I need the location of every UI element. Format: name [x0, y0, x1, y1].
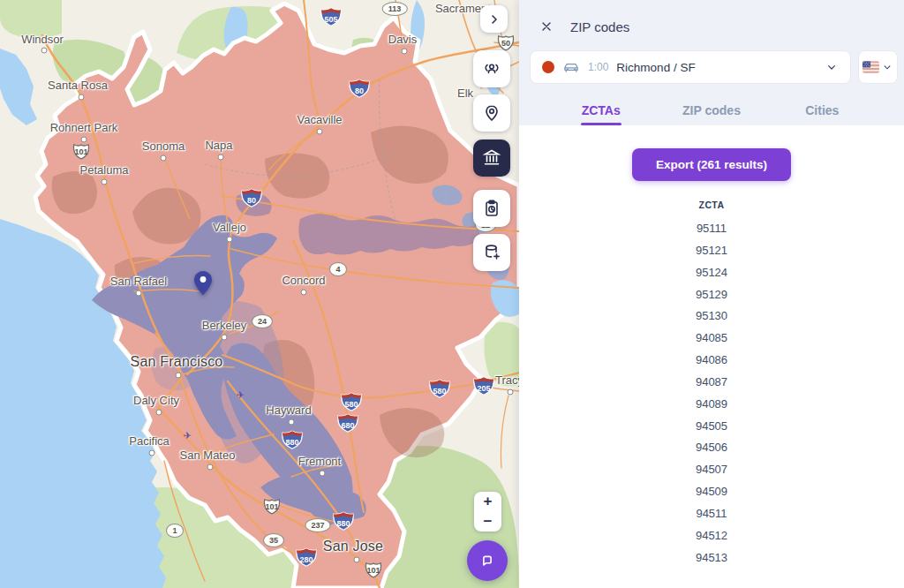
us-flag-icon [863, 61, 879, 73]
expand-panel-button[interactable] [480, 5, 508, 33]
close-icon [539, 19, 554, 34]
highway-shield-237: 237 [305, 518, 330, 532]
panel-title: ZIP codes [570, 19, 629, 34]
map-label-rohnert-park: Rohnert Park [50, 121, 118, 134]
add-dataset-tool-button[interactable] [473, 234, 510, 271]
highway-shield-4: 4 [329, 262, 347, 276]
origin-marker-pin[interactable] [193, 270, 213, 300]
city-dot [218, 155, 224, 161]
map-label-sonoma: Sonoma [142, 139, 185, 153]
zcta-row: 95111 [519, 218, 904, 240]
report-tool-button[interactable] [473, 190, 510, 227]
city-dot [289, 419, 295, 426]
chevron-down-icon [825, 60, 839, 74]
map-label-hayward: Hayward [266, 403, 311, 417]
highway-shield-24: 24 [252, 314, 273, 328]
zoom-control: + − [474, 492, 501, 531]
map-label-napa: Napa [205, 139, 232, 152]
city-dot [41, 48, 48, 54]
map-label-berkeley: Berkeley [202, 319, 247, 332]
zcta-row: 94086 [519, 350, 904, 372]
map-label-vallejo: Vallejo [213, 221, 246, 234]
map-label-pacifica: Pacifica [129, 434, 170, 448]
app: WindsorSanta RosaRohnert ParkSonomaNapaP… [0, 0, 904, 588]
zcta-row: 94511 [519, 503, 904, 525]
travel-time-value: 1:00 [588, 61, 608, 73]
city-dot [156, 410, 162, 416]
car-icon [562, 60, 580, 74]
tab-zip-codes[interactable]: ZIP codes [656, 98, 766, 125]
search-name: Richmond / SF [616, 61, 817, 74]
city-dot [402, 49, 408, 55]
airport-icon: ✈ [183, 430, 191, 441]
highway-shield-1: 1 [166, 524, 184, 538]
map-label-vacaville: Vacaville [297, 113, 342, 126]
map-label-daly-city: Daly City [133, 394, 179, 407]
people-icon [481, 58, 502, 79]
city-dot [508, 389, 514, 396]
city-dot [320, 471, 326, 477]
zcta-row: 94507 [519, 459, 904, 481]
city-dot [317, 129, 323, 135]
city-dot [227, 237, 233, 243]
zcta-row: 94509 [519, 481, 904, 503]
map-label-san-rafael: San Rafael [110, 275, 167, 288]
database-plus-icon [481, 242, 502, 263]
city-dot [207, 464, 214, 471]
population-tool-button[interactable] [473, 50, 510, 87]
city-dot [149, 450, 155, 456]
highway-shield-80: 80 [348, 79, 371, 99]
zip-codes-tool-button-active[interactable] [473, 139, 510, 177]
zoom-in-button[interactable]: + [474, 492, 501, 512]
highway-shield-580: 580 [340, 392, 363, 412]
zcta-row: 94087 [519, 372, 904, 394]
map-label-san-francisco: San Francisco [131, 354, 223, 370]
search-select[interactable]: 1:00 Richmond / SF [530, 50, 851, 84]
zcta-row: 95124 [519, 262, 904, 284]
tab-cities[interactable]: Cities [767, 98, 878, 125]
highway-shield-80: 80 [240, 188, 263, 208]
chat-button[interactable] [467, 540, 508, 581]
location-tool-button[interactable] [473, 94, 510, 132]
zcta-row: 94506 [519, 437, 904, 459]
map-label-santa-rosa: Santa Rosa [48, 79, 108, 92]
chevron-down-icon [881, 61, 893, 73]
chevron-right-icon [487, 12, 501, 26]
zoom-out-button[interactable]: − [474, 512, 501, 532]
airport-icon: ✈ [236, 389, 244, 401]
highway-shield-880: 880 [332, 511, 355, 531]
close-panel-button[interactable] [538, 18, 555, 35]
chat-bubble-icon [478, 551, 497, 570]
export-button[interactable]: Export (261 results) [632, 148, 791, 181]
highway-shield-505: 505 [320, 7, 343, 27]
map-label-windsor: Windsor [21, 33, 64, 46]
city-dot [301, 290, 307, 296]
map-label-petaluma: Petaluma [80, 163, 129, 177]
zcta-row: 95129 [519, 284, 904, 306]
clipboard-chart-icon [481, 198, 502, 219]
zcta-row: 94505 [519, 416, 904, 438]
map-label-tracy: Tracy [495, 373, 519, 387]
map-label-san-mateo: San Mateo [180, 449, 236, 462]
highway-shield-280: 280 [295, 547, 318, 568]
highway-shield-101: 101 [262, 497, 282, 515]
map-label-concord: Concord [282, 274, 325, 287]
country-select[interactable] [858, 50, 898, 84]
zcta-row: 95130 [519, 305, 904, 328]
map-label-elk: Elk [457, 87, 473, 100]
location-pin-icon [481, 102, 502, 124]
zcta-row: 94085 [519, 328, 904, 350]
highway-shield-50: 50 [496, 34, 516, 51]
map-canvas[interactable]: WindsorSanta RosaRohnert ParkSonomaNapaP… [0, 0, 519, 588]
zcta-column-header: ZCTA [519, 200, 904, 210]
city-dot [79, 94, 85, 101]
tabs: ZCTAsZIP codesCities [519, 98, 904, 125]
city-dot [136, 290, 142, 297]
zcta-row: 94513 [519, 547, 904, 569]
highway-shield-101: 101 [72, 142, 91, 160]
tab-zctas[interactable]: ZCTAs [546, 98, 656, 125]
map-label-davis: Davis [388, 33, 418, 46]
city-dot [102, 179, 108, 185]
highway-shield-880: 880 [281, 430, 304, 450]
city-dot [222, 335, 228, 341]
